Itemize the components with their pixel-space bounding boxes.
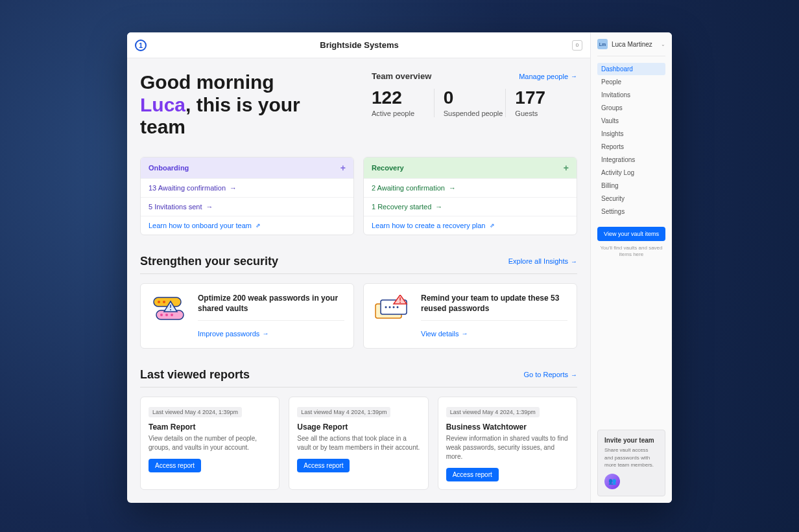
stat-active: 122Active people xyxy=(372,89,434,117)
app-title: Brightside Systems xyxy=(147,40,572,50)
nav-activity-log[interactable]: Activity Log xyxy=(597,167,665,179)
svg-point-1 xyxy=(158,301,160,303)
onboarding-card: Onboarding+ 13 Awaiting confirmation→ 5 … xyxy=(140,157,354,235)
last-viewed-badge: Last viewed May 4 2024, 1:39pm xyxy=(297,407,390,417)
notification-icon[interactable]: 0 xyxy=(572,40,582,51)
nav-invitations[interactable]: Invitations xyxy=(597,89,665,101)
add-onboarding-button[interactable]: + xyxy=(340,163,346,173)
svg-point-14 xyxy=(397,306,399,308)
team-report-card: Last viewed May 4 2024, 1:39pm Team Repo… xyxy=(140,397,280,490)
nav-security[interactable]: Security xyxy=(597,192,665,205)
onboarding-awaiting[interactable]: 13 Awaiting confirmation→ xyxy=(141,178,353,197)
svg-point-8 xyxy=(170,309,171,310)
vault-hint: You'll find vaults and saved items here xyxy=(597,245,665,259)
arrow-right-icon: → xyxy=(571,371,577,378)
arrow-right-icon: → xyxy=(571,258,577,265)
report-desc: Review information in shared vaults to f… xyxy=(446,434,569,461)
nav-billing[interactable]: Billing xyxy=(597,179,665,192)
access-report-button[interactable]: Access report xyxy=(446,468,499,481)
report-title: Team Report xyxy=(149,422,271,432)
onboarding-sent[interactable]: 5 Invitations sent→ xyxy=(141,197,353,216)
arrow-right-icon: → xyxy=(462,330,468,337)
invite-title: Invite your team xyxy=(604,437,658,444)
nav-integrations[interactable]: Integrations xyxy=(597,154,665,166)
sidebar-nav: Dashboard People Invitations Groups Vaul… xyxy=(597,63,665,218)
access-report-button[interactable]: Access report xyxy=(149,459,201,472)
add-recovery-button[interactable]: + xyxy=(564,163,569,173)
watchtower-report-card: Last viewed May 4 2024, 1:39pm Business … xyxy=(438,397,577,490)
svg-point-12 xyxy=(389,306,391,308)
svg-point-4 xyxy=(160,314,163,316)
nav-reports[interactable]: Reports xyxy=(597,141,665,153)
chevron-down-icon: ⌄ xyxy=(661,41,665,47)
svg-point-5 xyxy=(165,314,168,316)
view-details-link[interactable]: View details→ xyxy=(421,330,468,338)
arrow-right-icon: → xyxy=(571,73,577,80)
team-overview: Team overview Manage people→ 122Active p… xyxy=(372,71,577,139)
security-heading: Strengthen your security xyxy=(140,255,278,268)
invite-desc: Share vault access and passwords with mo… xyxy=(604,446,658,468)
app-logo-icon[interactable]: 1 xyxy=(135,40,147,51)
svg-point-13 xyxy=(393,306,395,308)
password-warning-icon xyxy=(150,293,189,325)
reused-passwords-title: Remind your team to update these 53 reus… xyxy=(421,293,567,321)
recovery-title: Recovery xyxy=(372,164,404,172)
report-desc: View details on the number of people, gr… xyxy=(149,434,271,452)
recovery-started[interactable]: 1 Recovery started→ xyxy=(364,197,577,216)
report-title: Usage Report xyxy=(297,422,420,432)
svg-point-16 xyxy=(400,301,401,303)
svg-point-6 xyxy=(171,314,173,316)
reused-password-icon xyxy=(373,293,412,325)
weak-passwords-card: Optimize 200 weak passwords in your shar… xyxy=(140,283,354,349)
avatar: Lm xyxy=(597,39,608,49)
nav-people[interactable]: People xyxy=(597,76,665,88)
recovery-learn-link[interactable]: Learn how to create a recovery plan⇗ xyxy=(364,216,577,235)
onboarding-title: Onboarding xyxy=(149,164,189,172)
nav-dashboard[interactable]: Dashboard xyxy=(597,63,665,75)
manage-people-link[interactable]: Manage people→ xyxy=(519,73,577,80)
improve-passwords-link[interactable]: Improve passwords→ xyxy=(198,330,268,338)
user-menu[interactable]: Lm Luca Martinez ⌄ xyxy=(597,39,665,56)
stat-suspended: 0Suspended people xyxy=(434,89,506,117)
reports-heading: Last viewed reports xyxy=(140,368,250,382)
external-link-icon: ⇗ xyxy=(490,222,495,229)
arrow-right-icon: → xyxy=(449,184,456,192)
external-link-icon: ⇗ xyxy=(256,222,261,229)
access-report-button[interactable]: Access report xyxy=(297,459,350,472)
last-viewed-badge: Last viewed May 4 2024, 1:39pm xyxy=(446,407,540,417)
arrow-right-icon: → xyxy=(206,203,213,211)
goto-reports-link[interactable]: Go to Reports→ xyxy=(524,371,577,378)
stat-guests: 177Guests xyxy=(505,89,577,117)
sidebar: Lm Luca Martinez ⌄ Dashboard People Invi… xyxy=(590,32,672,503)
recovery-card: Recovery+ 2 Awaiting confirmation→ 1 Rec… xyxy=(363,157,577,235)
recovery-awaiting[interactable]: 2 Awaiting confirmation→ xyxy=(364,178,577,197)
report-title: Business Watchtower xyxy=(446,422,569,432)
greeting-heading: Good morningLuca, this is your team xyxy=(140,71,346,139)
invite-team-card: Invite your team Share vault access and … xyxy=(597,430,665,496)
topbar: 1 Brightside Systems 0 xyxy=(127,32,590,58)
people-icon: 👥 xyxy=(604,474,620,489)
arrow-right-icon: → xyxy=(262,330,268,337)
arrow-right-icon: → xyxy=(435,203,442,211)
overview-title: Team overview xyxy=(372,71,431,81)
arrow-right-icon: → xyxy=(230,184,237,192)
user-name: Luca Martinez xyxy=(612,41,657,48)
weak-passwords-title: Optimize 200 weak passwords in your shar… xyxy=(198,293,344,321)
nav-vaults[interactable]: Vaults xyxy=(597,115,665,127)
svg-point-11 xyxy=(385,306,387,308)
nav-settings[interactable]: Settings xyxy=(597,205,665,218)
view-vault-button[interactable]: View your vault items xyxy=(597,227,665,241)
nav-insights[interactable]: Insights xyxy=(597,128,665,140)
usage-report-card: Last viewed May 4 2024, 1:39pm Usage Rep… xyxy=(289,397,428,490)
explore-insights-link[interactable]: Explore all Insights→ xyxy=(508,257,577,265)
greeting: Good morningLuca, this is your team xyxy=(140,71,346,139)
reused-passwords-card: Remind your team to update these 53 reus… xyxy=(363,283,577,349)
report-desc: See all the actions that took place in a… xyxy=(297,434,420,452)
nav-groups[interactable]: Groups xyxy=(597,102,665,114)
svg-point-2 xyxy=(163,301,165,303)
onboarding-learn-link[interactable]: Learn how to onboard your team⇗ xyxy=(141,216,353,235)
last-viewed-badge: Last viewed May 4 2024, 1:39pm xyxy=(149,407,242,417)
